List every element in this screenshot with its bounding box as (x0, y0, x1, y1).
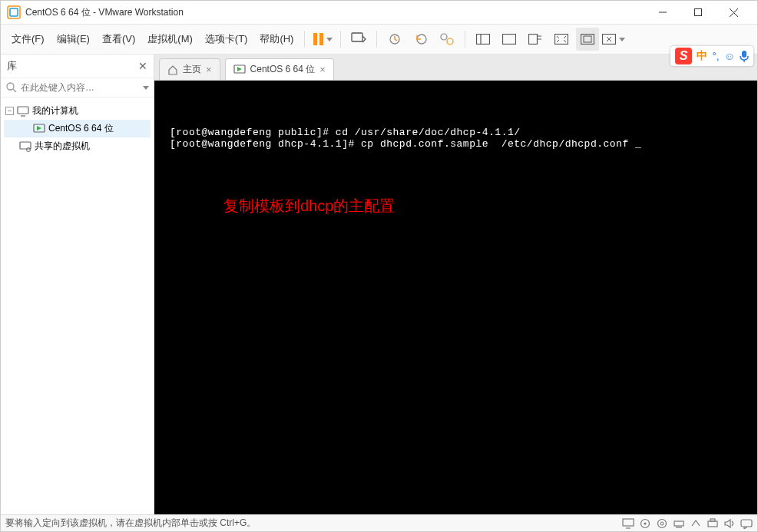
svg-rect-38 (710, 519, 715, 521)
sidebar-title: 库 (7, 59, 17, 73)
revert-snapshot-button[interactable] (409, 28, 432, 51)
send-ctrl-alt-del-button[interactable] (347, 28, 370, 51)
snapshot-icon (388, 32, 402, 46)
snapshot-manager-icon (439, 32, 455, 46)
home-icon (167, 64, 178, 75)
svg-rect-11 (477, 35, 490, 45)
sound-icon[interactable] (723, 518, 736, 529)
sidebar-close-button[interactable]: ✕ (138, 60, 147, 72)
svg-rect-3 (695, 9, 702, 16)
view-stretched-button[interactable] (576, 28, 599, 51)
menu-edit[interactable]: 编辑(E) (51, 29, 96, 49)
window-titlebar: CentOS 6 64 位 - VMware Workstation (1, 1, 757, 24)
minimize-button[interactable] (645, 1, 680, 24)
sogou-icon: S (675, 48, 692, 64)
svg-rect-21 (18, 107, 28, 114)
svg-point-9 (441, 34, 447, 40)
disk-icon[interactable] (639, 518, 651, 529)
svg-rect-17 (584, 36, 591, 42)
svg-rect-14 (529, 35, 538, 45)
vm-running-icon (33, 124, 45, 134)
view-console-icon (502, 34, 516, 45)
printer-icon[interactable] (707, 518, 719, 529)
chevron-down-icon[interactable] (143, 86, 149, 90)
separator (340, 31, 341, 48)
separator (304, 31, 305, 48)
menu-view[interactable]: 查看(V) (96, 29, 141, 49)
window-title: CentOS 6 64 位 - VMware Workstation (25, 6, 645, 19)
screen-send-icon (351, 32, 366, 46)
close-button[interactable] (716, 1, 751, 24)
main-area: 库 ✕ − 我的计算机 CentOS 6 64 位 (1, 55, 757, 514)
svg-line-20 (13, 89, 16, 92)
library-sidebar: 库 ✕ − 我的计算机 CentOS 6 64 位 (1, 55, 154, 514)
view-console-button[interactable] (498, 28, 521, 51)
tree-label: 我的计算机 (32, 104, 78, 117)
view-cycle-button[interactable] (602, 28, 625, 51)
ime-face-icon[interactable]: ☺ (724, 50, 735, 62)
tree-node-my-computer[interactable]: − 我的计算机 (4, 102, 151, 120)
suspend-button[interactable] (311, 28, 334, 51)
cd-icon[interactable] (656, 518, 668, 529)
tab-centos[interactable]: CentOS 6 64 位 × (225, 58, 334, 80)
stretch-icon (581, 34, 594, 45)
view-fullscreen-button[interactable] (550, 28, 573, 51)
content-area: 主页 × CentOS 6 64 位 × [root@wangdefeng pu… (154, 55, 757, 514)
status-text: 要将输入定向到该虚拟机，请在虚拟机内部单击或按 Ctrl+G。 (5, 517, 256, 530)
ime-badge[interactable]: S 中 °, ☺ (670, 46, 753, 66)
maximize-button[interactable] (680, 1, 716, 24)
terminal-output: [root@wangdefeng public]# cd /usr/share/… (154, 81, 757, 150)
app-icon (7, 5, 21, 19)
svg-rect-13 (503, 35, 516, 45)
svg-point-33 (658, 519, 667, 527)
monitor-icon[interactable] (622, 518, 634, 529)
separator (465, 31, 465, 48)
tab-home[interactable]: 主页 × (159, 58, 220, 80)
svg-point-10 (447, 38, 453, 45)
status-device-icons (622, 518, 753, 529)
menu-vm[interactable]: 虚拟机(M) (141, 29, 199, 49)
pause-icon (313, 33, 323, 45)
window-controls (645, 1, 751, 24)
snapshot-button[interactable] (383, 28, 406, 51)
ime-mic-icon[interactable] (740, 50, 749, 62)
menu-tabs[interactable]: 选项卡(T) (199, 29, 254, 49)
chevron-down-icon (326, 38, 333, 41)
menu-file[interactable]: 文件(F) (5, 29, 51, 49)
usb-icon[interactable] (690, 518, 702, 529)
tab-close-button[interactable]: × (206, 64, 212, 75)
sidebar-header: 库 ✕ (1, 55, 154, 78)
computer-icon (17, 106, 29, 117)
svg-point-26 (27, 147, 31, 151)
tree-node-shared[interactable]: 共享的虚拟机 (4, 137, 151, 155)
tab-label: CentOS 6 64 位 (250, 63, 316, 76)
collapse-icon[interactable]: − (5, 107, 14, 115)
tab-label: 主页 (183, 63, 201, 76)
view-single-icon (476, 34, 490, 45)
view-single-button[interactable] (472, 28, 495, 51)
menu-help[interactable]: 帮助(H) (253, 29, 300, 49)
search-input[interactable] (21, 82, 140, 93)
menubar: 文件(F) 编辑(E) 查看(V) 虚拟机(M) 选项卡(T) 帮助(H) (1, 24, 757, 55)
snapshot-manager-button[interactable] (435, 28, 458, 51)
view-unity-button[interactable] (524, 28, 547, 51)
fullscreen-icon (554, 34, 568, 45)
view-unity-icon (528, 34, 542, 45)
tabs-row: 主页 × CentOS 6 64 位 × (154, 55, 757, 81)
network-icon[interactable] (673, 518, 685, 529)
vm-console[interactable]: [root@wangdefeng public]# cd /usr/share/… (154, 81, 757, 514)
tree-node-centos[interactable]: CentOS 6 64 位 (4, 120, 151, 137)
svg-rect-35 (674, 521, 684, 526)
svg-rect-39 (741, 520, 752, 527)
svg-rect-29 (623, 519, 634, 526)
ime-lang-label[interactable]: 中 (697, 49, 707, 63)
message-icon[interactable] (740, 518, 753, 529)
svg-point-32 (644, 522, 647, 524)
ime-punct-icon[interactable]: °, (712, 50, 720, 62)
library-tree: − 我的计算机 CentOS 6 64 位 共享的虚拟机 (1, 97, 154, 160)
svg-rect-1 (10, 8, 18, 16)
annotation-text: 复制模板到dhcp的主配置 (223, 196, 395, 216)
tab-close-button[interactable]: × (319, 64, 326, 75)
sidebar-search (1, 78, 154, 97)
revert-icon (414, 32, 428, 46)
